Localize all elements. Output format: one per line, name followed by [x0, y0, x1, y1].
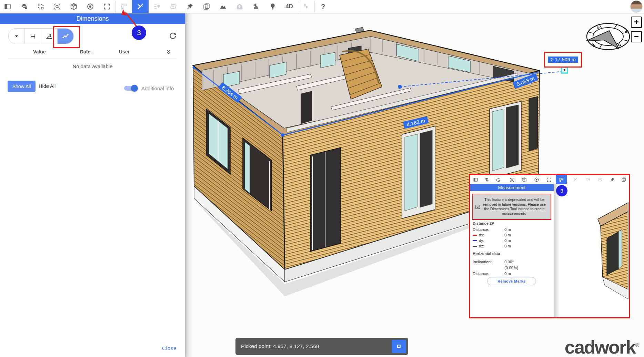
row-dx: dx:0 m — [473, 233, 550, 237]
ideas-icon[interactable] — [264, 0, 281, 13]
panel-title: Dimensions — [0, 13, 185, 24]
measurement-total-label[interactable]: Σ 17.509 m — [548, 57, 578, 63]
header-divider — [8, 59, 177, 59]
picked-point-text: Picked point: 4.957, 8.127, 2.568 — [241, 338, 319, 355]
row-inclination: Inclination:0.00° — [473, 260, 550, 264]
model-3d-icon[interactable] — [66, 0, 82, 13]
refresh-icon[interactable] — [169, 32, 177, 40]
highlight-frame-polyline — [53, 26, 80, 48]
pixel-view-icon — [492, 175, 503, 184]
expand-all-icon[interactable] — [165, 48, 172, 56]
deprecation-warning: This feature is deprecated and will be r… — [472, 194, 551, 220]
sidebar-toggle-icon — [470, 175, 481, 184]
toggle-knob — [131, 85, 138, 92]
fullscreen-icon[interactable] — [99, 0, 115, 13]
step-callout-inset: 3 — [556, 185, 567, 196]
section-horizontal-data: Horizontal data — [473, 252, 500, 256]
column-header-value[interactable]: Value — [33, 49, 46, 54]
clipping-icon[interactable] — [165, 0, 182, 13]
hide-all-button[interactable]: Hide All — [39, 83, 56, 89]
dimension-type-dropdown[interactable] — [9, 29, 25, 44]
help-button[interactable]: ? — [315, 0, 331, 13]
empty-state-text: No data available — [0, 63, 185, 69]
additional-info-label: Additional info — [141, 85, 174, 91]
compass-icon: S E N W — [586, 23, 630, 50]
activities-icon[interactable] — [149, 0, 165, 13]
status-bar: Picked point: 4.957, 8.127, 2.568 — [235, 338, 408, 355]
dimensions-tool-icon-active[interactable] — [132, 0, 149, 13]
total-highlight-frame: Σ 17.509 m — [544, 52, 582, 68]
terrain-icon[interactable] — [215, 0, 231, 13]
pin-icon — [607, 175, 618, 184]
close-panel-button[interactable]: Close — [162, 345, 177, 351]
app-window: S E N W 8.264 m 4.182 m 5.063 m Σ 17.509… — [0, 0, 644, 357]
layers-icon[interactable] — [16, 0, 32, 13]
inset-viewport — [554, 184, 629, 317]
row-dy: dy:0 m — [473, 238, 550, 243]
dimensions-tool-icon — [570, 175, 581, 184]
row-horizontal-distance: Distance:0 m — [473, 272, 550, 276]
section-distance-2p: Distance 2P — [473, 221, 494, 225]
pixel-view-icon[interactable] — [32, 0, 49, 13]
deprecation-warning-text: This feature is deprecated and will be r… — [482, 197, 546, 216]
model-3d-icon — [519, 175, 530, 184]
column-header-user[interactable]: User — [119, 49, 130, 54]
visibility-icon[interactable] — [82, 0, 99, 13]
column-header-date[interactable]: Date ↓ — [80, 49, 94, 54]
activities-icon — [582, 175, 593, 184]
zoom-select-icon[interactable] — [49, 0, 66, 13]
views-icon[interactable] — [198, 0, 215, 13]
show-all-button[interactable]: Show All — [8, 81, 36, 92]
walk-mode-icon[interactable] — [298, 0, 314, 13]
calendar-x-icon — [475, 204, 481, 210]
visibility-icon — [531, 175, 542, 184]
zoom-out-button[interactable]: − — [631, 31, 642, 42]
sidebar-toggle-icon[interactable] — [0, 0, 16, 13]
measure-ruler-icon[interactable] — [115, 0, 132, 13]
user-avatar[interactable] — [631, 1, 642, 12]
stop-square-icon — [395, 343, 402, 350]
zoom-select-icon — [506, 175, 517, 184]
distance-dimension-button[interactable] — [25, 29, 41, 44]
layers-icon — [481, 175, 492, 184]
fullscreen-icon — [543, 175, 554, 184]
home-position-icon[interactable] — [231, 0, 248, 13]
inset-toolbar — [470, 175, 629, 184]
row-dz: dz:0 m — [473, 244, 550, 248]
step-callout-main: 3 — [132, 26, 146, 40]
tab-4d[interactable]: 4D — [281, 0, 298, 13]
views-icon — [618, 175, 629, 184]
inset-panel-title: Measurement — [470, 184, 554, 191]
remove-marks-button[interactable]: Remove Marks — [487, 277, 536, 285]
additional-info-toggle[interactable] — [124, 86, 137, 91]
measure-ruler-icon-active — [556, 175, 567, 184]
weather-icon[interactable] — [248, 0, 264, 13]
measurement-inset-panel: Measurement This feature is deprecated a… — [469, 174, 630, 318]
clipping-icon — [594, 175, 605, 184]
pin-icon[interactable] — [182, 0, 198, 13]
main-toolbar: 4D ? — [0, 0, 644, 13]
row-distance: Distance:0 m — [473, 227, 550, 232]
stop-picking-button[interactable] — [392, 340, 406, 353]
dimensions-panel: Dimensions Value Date ↓ User No data ava… — [0, 13, 185, 357]
sort-arrow-icon: ↓ — [92, 49, 94, 54]
inset-house-fragment — [597, 198, 629, 301]
zoom-in-button[interactable]: + — [631, 17, 642, 28]
